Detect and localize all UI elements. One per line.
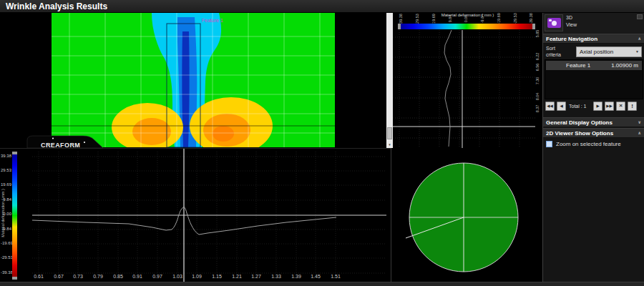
axis-tick: 5.85: [532, 29, 542, 39]
colorbar-tick: 29.53: [412, 14, 422, 24]
colorbar-tick: 9.84: [445, 14, 455, 24]
view-tab-line2: View: [566, 22, 577, 27]
colorbar-tick: -39.38: [526, 14, 536, 24]
previous-feature-button[interactable]: ◀: [557, 102, 566, 111]
map-vertical-scrollbar[interactable]: ▾: [386, 13, 393, 148]
chevron-down-icon: ∨: [638, 118, 641, 127]
x-tick: 0.67: [52, 274, 66, 279]
circumferential-profile-plot[interactable]: [0, 149, 391, 282]
sort-label-line1: Sort: [546, 46, 555, 51]
sort-label-line2: criteria: [546, 52, 561, 57]
3d-view-icon: [547, 18, 561, 28]
tab-3d-view[interactable]: [545, 14, 563, 31]
sort-criteria-value: Axial position: [580, 49, 613, 55]
feature-info-button[interactable]: !: [628, 102, 637, 111]
x-tick: 1.33: [269, 274, 283, 279]
wrinkle-analysis-window: Wrinkle Analysis Results: [0, 0, 644, 286]
x-tick: 1.27: [249, 274, 263, 279]
cross-section-panel: [391, 148, 542, 282]
x-tick: 0.97: [150, 274, 165, 279]
colorbar-tick: 0.00: [461, 14, 471, 24]
feature-list: Feature 1 1.00900 m: [545, 59, 643, 99]
title-bar: Wrinkle Analysis Results: [0, 0, 644, 13]
x-tick: 1.45: [308, 274, 323, 279]
panel-collapse-button[interactable]: [637, 14, 643, 19]
window-title: Wrinkle Analysis Results: [6, 1, 107, 11]
x-tick: 0.91: [130, 274, 145, 279]
section-general-display-options[interactable]: General Display Options ∨: [543, 117, 644, 127]
map-feature-label: Feature 1: [202, 18, 223, 23]
x-tick: 0.85: [111, 274, 125, 279]
profile-viewer-panel: Material deformation ( mm ) 39.38 29.53 …: [393, 13, 542, 148]
axis-tick: 6.22: [532, 51, 542, 61]
x-tick: 0.61: [31, 274, 46, 279]
colorbar-tick: -9.84: [477, 14, 487, 24]
axis-tick: 8.37: [532, 104, 542, 114]
colorbar-tick: -19.69: [494, 14, 504, 24]
zoom-on-feature-label: Zoom on selected feature: [556, 141, 621, 147]
x-tick: 0.79: [91, 274, 105, 279]
section-title: Feature Navigation: [546, 36, 597, 42]
axis-tick: 8.04: [532, 92, 542, 102]
remove-feature-button[interactable]: ×: [616, 102, 625, 111]
feature-name: Feature 1: [566, 62, 590, 69]
chevron-up-icon: ∧: [638, 129, 641, 138]
scroll-down-arrow-icon[interactable]: ▾: [386, 141, 393, 148]
x-tick: 1.09: [190, 274, 204, 279]
logo-text: CREAFORM: [41, 142, 80, 149]
feature-list-row[interactable]: Feature 1 1.00900 m: [546, 61, 642, 70]
chevron-up-icon: ∧: [638, 34, 641, 44]
x-tick: 1.15: [210, 274, 224, 279]
control-panel: 3D View Feature Navigation ∧ Sort criter…: [542, 13, 644, 282]
x-tick: 1.03: [170, 274, 185, 279]
deformation-colorbar-horizontal: [398, 24, 535, 29]
creaform-logo: CREAFORM: [27, 136, 103, 148]
colorbar-tick: 19.69: [429, 14, 439, 24]
section-feature-navigation[interactable]: Feature Navigation ∧: [543, 34, 644, 44]
colorbar-tick: 39.38: [396, 14, 406, 24]
axis-tick: 6.56: [532, 62, 542, 72]
pipe-cross-section[interactable]: [391, 148, 542, 282]
sort-criteria-dropdown[interactable]: Axial position ▼: [576, 46, 642, 57]
axial-profile-curve: [444, 30, 452, 147]
x-tick: 1.21: [230, 274, 244, 279]
x-tick: 1.39: [289, 274, 303, 279]
map-viewer-panel: Feature 1 CREAFORM ▾: [0, 13, 393, 148]
section-2d-viewer-show-options[interactable]: 2D Viewer Show Options ∧: [543, 128, 644, 138]
x-tick: 0.73: [71, 274, 85, 279]
zoom-on-feature-checkbox[interactable]: [546, 141, 552, 147]
colorbar-tick: -29.53: [510, 14, 520, 24]
feature-position: 1.00900 m: [611, 62, 638, 69]
last-feature-button[interactable]: ▶▶: [605, 102, 614, 111]
scrollbar-thumb[interactable]: [387, 127, 392, 139]
x-tick: 1.51: [328, 274, 343, 279]
status-strip: [0, 282, 644, 286]
axis-tick: 7.30: [532, 76, 542, 86]
total-label: Total : 1: [569, 104, 592, 109]
axial-profile-plot[interactable]: [393, 30, 542, 148]
next-feature-button[interactable]: ▶: [593, 102, 602, 111]
bottom-profile-panel: Material deformation ( mm ) 39.38 29.53 …: [0, 148, 391, 282]
deformation-heatmap[interactable]: Feature 1 CREAFORM: [0, 13, 393, 148]
dropdown-arrow-icon: ▼: [635, 49, 639, 54]
view-toolbar: 3D View: [543, 13, 644, 33]
section-title: 2D Viewer Show Options: [546, 130, 613, 137]
view-tab-line1: 3D: [566, 15, 572, 20]
section-title: General Display Options: [546, 119, 613, 126]
first-feature-button[interactable]: ◀◀: [545, 102, 555, 111]
